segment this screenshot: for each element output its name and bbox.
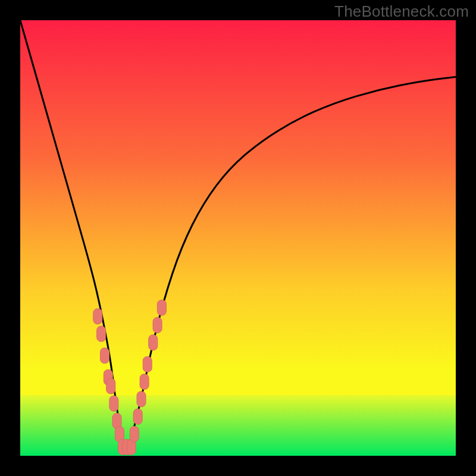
curve-marker [143, 356, 152, 372]
curve-marker [153, 317, 162, 333]
curve-marker [157, 300, 166, 315]
curve-marker [137, 392, 146, 407]
curve-marker [133, 409, 142, 424]
chart-svg [20, 20, 456, 456]
curve-marker [107, 378, 115, 394]
bottleneck-curve [20, 20, 456, 447]
curve-marker [97, 326, 106, 342]
curve-marker [130, 426, 139, 441]
watermark-text: TheBottleneck.com [334, 2, 469, 21]
curve-marker [93, 309, 102, 324]
curve-marker [109, 396, 118, 411]
curve-marker [140, 374, 149, 390]
curve-marker [149, 335, 158, 350]
curve-marker [101, 348, 109, 364]
plot-area [20, 20, 456, 456]
